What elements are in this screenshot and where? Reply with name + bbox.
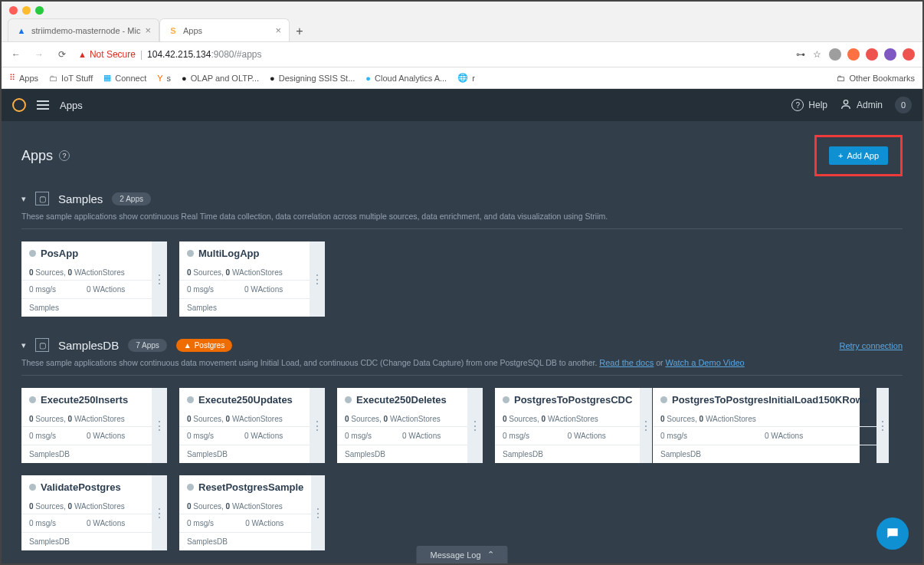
app-stats-line: 0 Sources, 0 WActionStores xyxy=(21,499,152,514)
tab-close-icon[interactable]: × xyxy=(275,25,281,36)
app-card-menu-button[interactable]: ⋮ xyxy=(310,388,325,463)
app-metrics-row: 0 msg/s 0 WActions xyxy=(653,426,876,445)
bookmark-item[interactable]: ●OLAP and OLTP... xyxy=(182,74,259,83)
app-namespace-label: SamplesDB xyxy=(495,445,640,463)
app-metrics-row: 0 msg/s 0 WActions xyxy=(179,514,311,532)
nav-reload-button[interactable]: ⟳ xyxy=(55,49,69,60)
extension-icon[interactable] xyxy=(866,48,878,61)
maximize-window-icon[interactable] xyxy=(35,6,44,15)
extension-icon[interactable] xyxy=(847,48,860,61)
close-window-icon[interactable] xyxy=(9,6,18,15)
bookmark-item[interactable]: Ys xyxy=(157,74,171,83)
status-dot-icon xyxy=(345,396,352,403)
app-card-menu-button[interactable]: ⋮ xyxy=(876,388,889,463)
section-title: SamplesDB xyxy=(58,339,119,352)
bookmark-item[interactable]: ⠿Apps xyxy=(9,73,38,83)
bookmark-item[interactable]: ▦Connect xyxy=(103,73,146,83)
bookmark-icon: ● xyxy=(270,74,275,83)
page-title: Apps ? xyxy=(21,148,70,164)
mac-titlebar xyxy=(2,2,922,18)
app-card-menu-button[interactable]: ⋮ xyxy=(152,388,167,463)
striim-logo-icon[interactable] xyxy=(12,98,26,112)
nav-forward-button[interactable]: → xyxy=(32,49,46,60)
app-stats-line: 0 Sources, 0 WActionStores xyxy=(179,412,310,426)
app-metrics-row: 0 msg/s 0 WActions xyxy=(179,280,310,298)
chat-fab-button[interactable] xyxy=(876,517,909,550)
help-button[interactable]: ? Help xyxy=(791,99,827,111)
status-dot-icon xyxy=(29,250,36,257)
app-card-menu-button[interactable]: ⋮ xyxy=(467,388,483,463)
warning-icon: ▲ xyxy=(78,50,87,59)
bookmark-item[interactable]: ●Cloud Analytics A... xyxy=(365,74,447,83)
vertical-dots-icon: ⋮ xyxy=(640,419,652,433)
status-dot-icon xyxy=(187,484,194,491)
extension-icon[interactable] xyxy=(903,48,915,61)
app-stats-line: 0 Sources, 0 WActionStores xyxy=(495,412,640,426)
info-icon[interactable]: ? xyxy=(59,150,70,161)
app-cards: PosApp 0 Sources, 0 WActionStores 0 msg/… xyxy=(21,241,903,317)
app-card-menu-button[interactable]: ⋮ xyxy=(640,388,652,463)
other-bookmarks-button[interactable]: 🗀Other Bookmarks xyxy=(837,74,915,83)
namespace-icon: ▢ xyxy=(35,192,49,205)
app-stats-line: 0 Sources, 0 WActionStores xyxy=(653,412,876,426)
status-dot-icon xyxy=(29,484,36,491)
app-metrics-row: 0 msg/s 0 WActions xyxy=(21,426,152,445)
app-card[interactable]: PosApp 0 Sources, 0 WActionStores 0 msg/… xyxy=(21,241,167,317)
bookmark-icon: ● xyxy=(365,74,371,83)
tabstrip: ▲striimdemo-masternode - Mic×SApps×+ xyxy=(2,18,922,41)
app-card-title: Execute250Deletes xyxy=(337,388,467,412)
chevron-down-icon[interactable]: ▾ xyxy=(21,194,26,204)
message-log-toggle[interactable]: Message Log ⌃ xyxy=(416,546,507,563)
vertical-dots-icon: ⋮ xyxy=(153,272,165,287)
app-card[interactable]: Execute250Inserts 0 Sources, 0 WActionSt… xyxy=(21,388,167,463)
bookmark-icon: ▦ xyxy=(103,73,111,83)
add-app-button[interactable]: + Add App xyxy=(829,146,888,165)
retry-connection-link[interactable]: Retry connection xyxy=(839,341,903,350)
demo-video-link[interactable]: Watch a Demo Video xyxy=(665,358,744,367)
tab-title: striimdemo-masternode - Mic xyxy=(31,26,140,35)
app-content: Apps ? Help Admin 0 Apps ? xyxy=(2,89,922,563)
app-stats-line: 0 Sources, 0 WActionStores xyxy=(179,265,310,280)
app-metrics-row: 0 msg/s 0 WActions xyxy=(21,514,152,532)
bookmark-item[interactable]: 🗀IoT Stuff xyxy=(49,74,93,83)
notification-badge[interactable]: 0 xyxy=(895,97,912,113)
minimize-window-icon[interactable] xyxy=(22,6,31,15)
docs-link[interactable]: Read the docs xyxy=(599,358,654,367)
app-card[interactable]: ValidatePostgres 0 Sources, 0 WActionSto… xyxy=(21,475,167,550)
app-card[interactable]: PostgresToPostgresInitialLoad150KRows 0 … xyxy=(653,388,860,463)
app-card[interactable]: Execute250Deletes 0 Sources, 0 WActionSt… xyxy=(337,388,483,463)
app-card-menu-button[interactable]: ⋮ xyxy=(311,475,325,550)
browser-tab[interactable]: ▲striimdemo-masternode - Mic× xyxy=(8,18,159,41)
extension-icon[interactable] xyxy=(884,48,896,61)
app-card[interactable]: ResetPostgresSample 0 Sources, 0 WAction… xyxy=(179,475,325,550)
section-title: Samples xyxy=(58,192,103,205)
app-card[interactable]: Execute250Updates 0 Sources, 0 WActionSt… xyxy=(179,388,325,463)
bookmark-item[interactable]: 🌐r xyxy=(457,73,475,83)
extension-icon[interactable] xyxy=(829,48,841,61)
app-card[interactable]: PostgresToPostgresCDC 0 Sources, 0 WActi… xyxy=(495,388,641,463)
app-card-menu-button[interactable]: ⋮ xyxy=(310,241,325,317)
page-header: Apps ? + Add App xyxy=(21,135,903,176)
hamburger-menu-icon[interactable] xyxy=(37,100,49,110)
app-card-menu-button[interactable]: ⋮ xyxy=(152,241,167,317)
browser-tab[interactable]: SApps× xyxy=(159,18,290,41)
app-card[interactable]: MultiLogApp 0 Sources, 0 WActionStores 0… xyxy=(179,241,325,317)
bookmark-star-icon[interactable]: ☆ xyxy=(813,49,821,60)
key-icon[interactable]: ⊶ xyxy=(796,49,805,60)
address-bar-row: ← → ⟳ ▲ Not Secure | 104.42.215.134:9080… xyxy=(2,41,922,67)
nav-back-button[interactable]: ← xyxy=(9,49,23,60)
url-text: 104.42.215.134:9080/#apps xyxy=(147,49,261,60)
new-tab-button[interactable]: + xyxy=(290,21,310,41)
address-bar[interactable]: ▲ Not Secure | 104.42.215.134:9080/#apps xyxy=(78,49,262,60)
chevron-down-icon[interactable]: ▾ xyxy=(21,340,26,350)
tab-close-icon[interactable]: × xyxy=(145,25,151,36)
chat-bubble-icon xyxy=(885,526,900,541)
app-count-badge: 2 Apps xyxy=(112,192,151,205)
status-dot-icon xyxy=(187,396,194,403)
app-card-menu-button[interactable]: ⋮ xyxy=(152,475,167,550)
section-description: These sample applications show continuou… xyxy=(21,212,903,229)
vertical-dots-icon: ⋮ xyxy=(311,419,323,433)
app-namespace-label: SamplesDB xyxy=(179,532,311,550)
admin-button[interactable]: Admin xyxy=(840,98,883,113)
bookmark-item[interactable]: ●Designing SSIS St... xyxy=(270,74,355,83)
